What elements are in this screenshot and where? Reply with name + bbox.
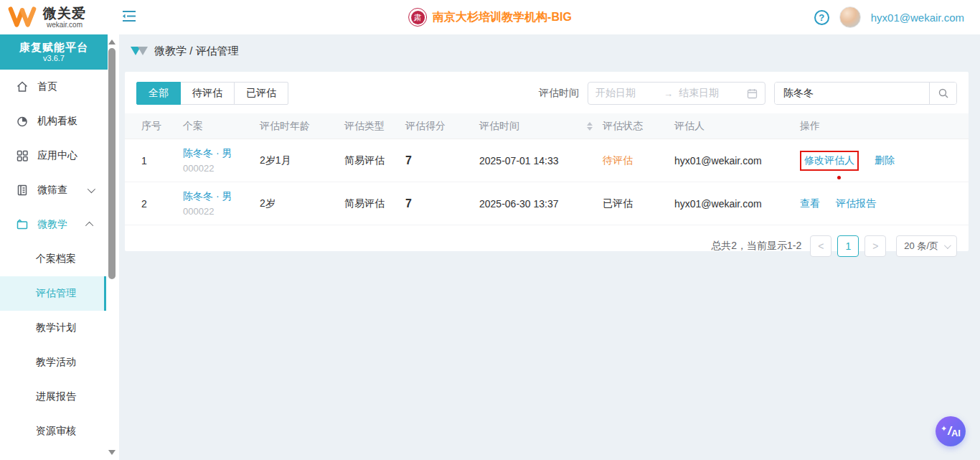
case-id: 000022	[183, 163, 214, 174]
screening-icon	[16, 184, 29, 197]
sidebar-subitem-assessment-management[interactable]: 评估管理	[0, 276, 106, 311]
sidebar: 康复赋能平台 v3.6.7 首页 机构看板	[0, 34, 119, 460]
sidebar-item-label: 微筛查	[37, 184, 67, 197]
sidebar-item-screening[interactable]: 微筛查	[0, 173, 106, 207]
chevron-down-icon	[944, 242, 951, 249]
sort-icon[interactable]	[587, 122, 593, 131]
column-header: 评估人	[674, 120, 800, 133]
column-header: 评估时年龄	[260, 120, 344, 133]
teaching-icon	[16, 218, 29, 231]
table-header: 序号 个案 评估时年龄 评估类型 评估得分 评估时间 评估状态 评估人 操作	[125, 113, 969, 139]
sidebar-item-apps[interactable]: 应用中心	[0, 139, 106, 173]
annotation-highlight-box: 修改评估人	[800, 151, 859, 171]
view-link[interactable]: 查看	[800, 197, 820, 210]
cell-age: 2岁1月	[260, 154, 344, 167]
sidebar-item-label: 应用中心	[37, 149, 77, 162]
case-name-link[interactable]: 陈冬冬 · 男	[183, 147, 232, 159]
cell-type: 简易评估	[344, 197, 405, 210]
sidebar-subitem-label: 资源审核	[36, 425, 76, 438]
scrollbar-down-arrow[interactable]	[108, 450, 116, 455]
date-range-picker[interactable]: 开始日期 → 结束日期	[588, 82, 765, 105]
status-tabs: 全部 待评估 已评估	[136, 82, 288, 105]
sidebar-item-dashboard[interactable]: 机构看板	[0, 104, 106, 139]
app-window: 微关爱 wekair.com 肃 南京大杉培训教学机构-BIG hyx01@we…	[0, 0, 980, 460]
sidebar-subitem-case-archive[interactable]: 个案档案	[0, 242, 106, 276]
annotation-dot	[837, 176, 841, 179]
cell-time: 2025-06-30 13:37	[479, 198, 603, 210]
sidebar-scrollbar[interactable]	[106, 34, 118, 460]
sidebar-subitem-teaching-activity[interactable]: 教学活动	[0, 345, 106, 380]
column-header: 操作	[800, 120, 957, 133]
status-badge: 待评估	[603, 154, 674, 167]
prev-page-button[interactable]: <	[810, 235, 831, 257]
date-filter-label: 评估时间	[539, 87, 579, 100]
cell-score: 7	[405, 197, 479, 210]
sidebar-item-label: 微教学	[37, 218, 67, 231]
user-email[interactable]: hyx01@wekair.com	[871, 11, 964, 24]
organization-header: 肃 南京大杉培训教学机构-BIG	[408, 0, 572, 34]
table-row: 1 陈冬冬 · 男 000022 2岁1月 简易评估 7 2025-07-01 …	[125, 139, 969, 182]
help-icon[interactable]	[814, 10, 829, 25]
tab-all[interactable]: 全部	[136, 82, 181, 105]
filter-row: 全部 待评估 已评估 评估时间 开始日期 → 结束日期	[125, 72, 969, 113]
wekair-logo-icon	[7, 6, 37, 29]
page-number-button[interactable]: 1	[837, 235, 859, 257]
calendar-icon	[747, 88, 758, 99]
search-input[interactable]	[775, 83, 929, 104]
cell-index: 2	[141, 198, 183, 210]
search-button[interactable]	[929, 83, 956, 104]
user-avatar[interactable]	[839, 6, 861, 28]
sidebar-subitem-teaching-plan[interactable]: 教学计划	[0, 311, 106, 345]
date-start-placeholder: 开始日期	[595, 87, 658, 100]
cell-assessor: hyx01@wekair.com	[674, 155, 800, 166]
delete-link[interactable]: 删除	[875, 154, 895, 167]
dashboard-icon	[16, 115, 29, 128]
cell-index: 1	[141, 155, 183, 166]
column-header: 评估状态	[603, 120, 674, 133]
scrollbar-up-arrow[interactable]	[108, 39, 116, 44]
column-header: 序号	[141, 120, 183, 133]
cell-type: 简易评估	[344, 154, 405, 167]
sidebar-subitem-progress-report[interactable]: 进展报告	[0, 380, 106, 414]
breadcrumb-text: 微教学 / 评估管理	[154, 44, 239, 58]
sidebar-item-teaching[interactable]: 微教学	[0, 207, 106, 242]
cell-time: 2025-07-01 14:33	[479, 155, 603, 166]
next-page-button[interactable]: >	[864, 235, 886, 257]
column-header: 评估得分	[405, 120, 479, 133]
sidebar-item-home[interactable]: 首页	[0, 70, 106, 104]
pagination-summary: 总共2，当前显示1-2	[711, 240, 801, 253]
brand-title: 微关爱	[43, 6, 86, 20]
modify-assessor-link[interactable]: 修改评估人	[804, 154, 854, 166]
cell-assessor: hyx01@wekair.com	[674, 198, 800, 210]
tab-assessed[interactable]: 已评估	[234, 82, 288, 105]
date-end-placeholder: 结束日期	[679, 87, 741, 100]
platform-title: 康复赋能平台	[19, 41, 88, 54]
organization-seal-icon: 肃	[408, 8, 427, 27]
assessment-report-link[interactable]: 评估报告	[836, 197, 876, 210]
status-badge: 已评估	[603, 197, 674, 210]
search-icon	[938, 88, 949, 99]
sidebar-item-label: 首页	[37, 80, 57, 93]
assessment-card: 全部 待评估 已评估 评估时间 开始日期 → 结束日期	[125, 72, 969, 251]
chevron-down-icon	[88, 185, 95, 193]
sidebar-menu: 首页 机构看板 应用中心	[0, 70, 106, 449]
scrollbar-thumb[interactable]	[108, 48, 116, 279]
menu-fold-icon[interactable]	[122, 10, 136, 24]
page-size-select[interactable]: 20 条/页	[896, 235, 957, 257]
topbar: 微关爱 wekair.com 肃 南京大杉培训教学机构-BIG hyx01@we…	[0, 0, 980, 34]
tab-pending[interactable]: 待评估	[180, 82, 235, 105]
sidebar-subitem-label: 教学活动	[36, 356, 76, 369]
case-name-link[interactable]: 陈冬冬 · 男	[183, 190, 232, 202]
cell-score: 7	[405, 154, 479, 167]
column-header: 评估类型	[344, 120, 405, 133]
case-id: 000022	[183, 206, 214, 217]
column-header-sortable: 评估时间	[479, 120, 603, 133]
search-box	[774, 82, 957, 105]
ai-assistant-button[interactable]: ✦/AI	[936, 416, 966, 446]
organization-name: 南京大杉培训教学机构-BIG	[433, 10, 572, 25]
brand-logo[interactable]: 微关爱 wekair.com	[0, 6, 113, 29]
home-icon	[16, 80, 29, 93]
sidebar-subitem-resource-review[interactable]: 资源审核	[0, 414, 106, 449]
platform-version: v3.6.7	[43, 54, 65, 63]
sidebar-subitem-label: 教学计划	[36, 321, 76, 334]
